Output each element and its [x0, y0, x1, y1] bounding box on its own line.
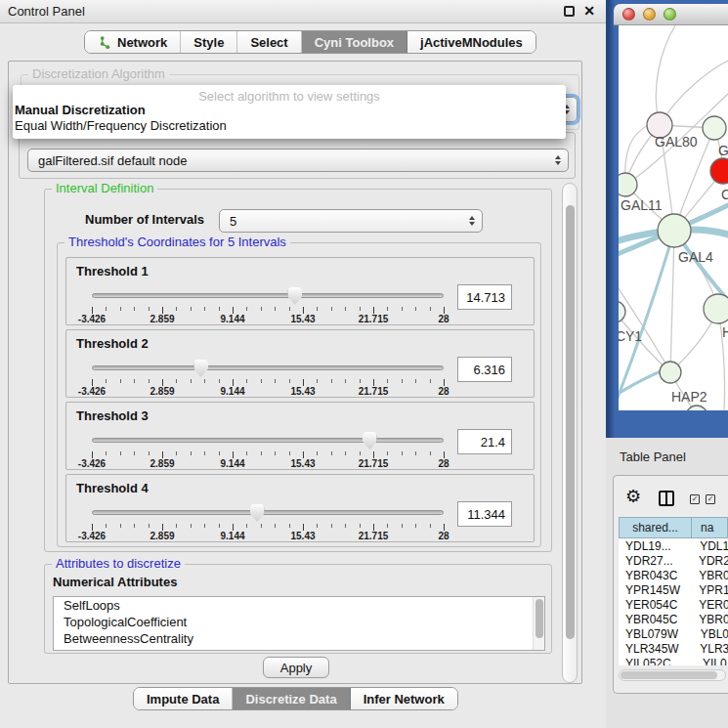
table-row[interactable]: YDL19...YDL1 [619, 538, 728, 553]
tab-network[interactable]: Network [85, 31, 181, 53]
numerical-attributes-label: Numerical Attributes [53, 575, 177, 589]
number-of-intervals-combobox[interactable]: 5 [219, 209, 483, 233]
network-graph [619, 25, 728, 410]
tab-jactivemnodules[interactable]: jActiveMNodules [407, 31, 535, 53]
scrollbar-thumb[interactable] [535, 599, 543, 638]
tab-impute-data[interactable]: Impute Data [134, 688, 233, 709]
tick-label: 21.715 [359, 531, 389, 541]
checkbox-icon[interactable]: ✓ [690, 494, 700, 504]
tab-label: jActiveMNodules [420, 35, 523, 50]
slider-thumb[interactable] [193, 360, 208, 377]
table-panel-title: Table Panel [620, 450, 686, 464]
mac-minimize-button[interactable] [643, 8, 656, 21]
tick-mark [373, 307, 374, 314]
tick-mark [303, 524, 304, 531]
number-of-intervals-value: 5 [230, 214, 236, 229]
network-node-gal11 [619, 173, 637, 196]
table-row[interactable]: YBR043CYBR0 [619, 568, 728, 582]
numerical-attributes-list[interactable]: SelfLoopsTopologicalCoefficientBetweenne… [53, 596, 545, 651]
close-icon[interactable]: ✕ [583, 3, 595, 19]
table-row[interactable]: YPR145WYPR1 [619, 582, 728, 597]
tick-mark [92, 451, 93, 458]
threshold-slider[interactable]: -3.4262.8599.14415.4321.71528 [92, 287, 444, 322]
attribute-items: SelfLoopsTopologicalCoefficientBetweenne… [54, 597, 544, 647]
tab-label: Cyni Toolbox [315, 35, 394, 50]
tick-label: 15.43 [290, 531, 315, 541]
table-row[interactable]: YER054CYER0 [619, 597, 728, 612]
tick-label: 2.859 [150, 386, 174, 397]
table-data-group: Table Data galFiltered.sif default node [19, 132, 576, 179]
stepper-arrows-icon[interactable] [555, 155, 561, 165]
network-canvas[interactable]: GAL80GACGAL11GAL4HGCY1HAP2 [619, 25, 728, 410]
threshold-slider[interactable]: -3.4262.8599.14415.4321.71528 [92, 360, 444, 395]
table-row[interactable]: YDR27...YDR2 [619, 553, 728, 568]
threshold-value-field[interactable]: 6.316 [457, 357, 512, 382]
slider-tick-labels: -3.4262.8599.14415.4321.71528 [92, 386, 444, 398]
network-node-node [703, 116, 726, 140]
table-row[interactable]: YLR345WYLR3 [619, 641, 728, 656]
attributes-group: Attributes to discretize Numerical Attri… [44, 564, 552, 654]
network-window-titlebar [614, 4, 728, 25]
threshold-value-field[interactable]: 14.713 [457, 284, 512, 310]
slider-track[interactable] [92, 438, 444, 443]
tab-label: Style [193, 35, 224, 50]
table-header-row: shared... na [619, 517, 728, 538]
tick-label: 15.43 [290, 386, 315, 397]
slider-track[interactable] [92, 365, 444, 370]
slider-track[interactable] [92, 293, 444, 298]
table-horizontal-scrollbar[interactable] [619, 669, 726, 681]
tab-select[interactable]: Select [237, 31, 301, 53]
attribute-item-betweennesscentrality[interactable]: BetweennessCentrality [54, 630, 544, 647]
cell-shared-name: YIL052C [619, 657, 692, 666]
table-data-combobox[interactable]: galFiltered.sif default node [27, 149, 569, 172]
slider-thumb[interactable] [363, 432, 377, 450]
cell-name: YPR1 [688, 583, 728, 597]
tab-infer-network[interactable]: Infer Network [351, 688, 457, 709]
float-window-icon[interactable] [564, 6, 575, 17]
cell-name: YLR3 [689, 642, 728, 656]
tick-mark [303, 451, 304, 458]
stepper-arrows-icon[interactable] [469, 216, 475, 226]
slider-thumb[interactable] [287, 287, 302, 305]
tab-style[interactable]: Style [181, 31, 237, 53]
tab-label: Infer Network [364, 692, 445, 707]
cell-name: YDR2 [688, 554, 728, 568]
algorithm-option-equal-width[interactable]: Equal Width/Frequency Discretization [15, 118, 227, 133]
attribute-item-selfloops[interactable]: SelfLoops [54, 597, 544, 614]
threshold-slider[interactable]: -3.4262.8599.14415.4321.71528 [92, 504, 444, 539]
panel-vertical-scrollbar[interactable] [562, 183, 578, 683]
column-header-name[interactable]: na [692, 517, 728, 538]
table-row[interactable]: YBR045CYBR0 [619, 612, 728, 626]
attributes-scrollbar[interactable] [533, 597, 544, 650]
threshold-slider[interactable]: -3.4262.8599.14415.4321.71528 [92, 432, 444, 467]
table-row[interactable]: YBL079WYBL0 [619, 626, 728, 641]
bottom-tab-bar: Impute DataDiscretize DataInfer Network [133, 687, 458, 710]
tick-label: -3.426 [78, 314, 106, 324]
column-header-shared[interactable]: shared... [619, 517, 692, 538]
mac-zoom-button[interactable] [664, 8, 676, 21]
tab-discretize-data[interactable]: Discretize Data [233, 688, 350, 709]
tick-label: -3.426 [78, 386, 106, 397]
tick-mark [373, 379, 374, 386]
apply-button[interactable]: Apply [263, 657, 329, 678]
threshold-value-field[interactable]: 21.4 [457, 429, 512, 454]
threshold-value-field[interactable]: 11.344 [457, 501, 512, 527]
mac-close-button[interactable] [622, 8, 635, 21]
algorithm-option-manual[interactable]: Manual Discretization [15, 103, 146, 117]
tick-mark [92, 307, 93, 314]
settings-gear-icon[interactable]: ⚙ [625, 488, 641, 505]
table-row[interactable]: YIL052CYIL0 [619, 656, 728, 665]
scrollbar-thumb[interactable] [621, 671, 717, 679]
slider-track[interactable] [92, 510, 444, 515]
tick-label: 9.144 [220, 314, 244, 324]
node-label-c: C [721, 187, 728, 202]
attribute-item-topologicalcoefficient[interactable]: TopologicalCoefficient [54, 614, 544, 630]
scrollbar-thumb[interactable] [566, 205, 575, 639]
cyni-toolbox-panel: Discretization Algorithm Select algorith… [8, 61, 582, 684]
checkbox-icon[interactable]: ✓ [706, 494, 715, 504]
slider-thumb[interactable] [250, 504, 265, 522]
tick-mark [162, 524, 163, 531]
split-pane-icon[interactable] [659, 491, 674, 506]
table-data-selected-value: galFiltered.sif default node [38, 153, 187, 168]
tab-cyni-toolbox[interactable]: Cyni Toolbox [302, 31, 407, 53]
